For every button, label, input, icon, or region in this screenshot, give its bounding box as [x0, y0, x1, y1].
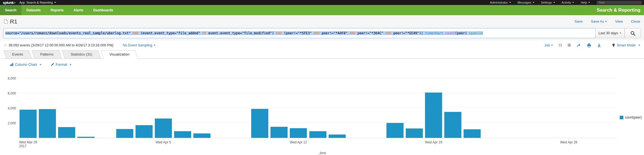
- chart-bar-wed-apr-12[interactable]: [290, 128, 307, 138]
- action-label: Close: [631, 19, 640, 23]
- chevron-down-icon: [70, 64, 71, 65]
- nav-item-dashboards[interactable]: Dashboards: [88, 5, 118, 15]
- x-tick-mark: [434, 138, 434, 140]
- event-sampling-dropdown[interactable]: No Event Sampling: [123, 43, 155, 47]
- chevron-down-icon: [509, 2, 511, 3]
- chevron-down-icon: [533, 2, 534, 3]
- close-button[interactable]: Close: [631, 19, 640, 23]
- tab-statistics-31[interactable]: Statistics (31): [63, 50, 99, 59]
- splunk-logo[interactable]: splunk>: [0, 1, 19, 5]
- nav-item-alerts[interactable]: Alerts: [69, 5, 88, 15]
- job-controls: Job Smart Mode: [544, 43, 640, 47]
- query-segment: event.event_type="file_modified"): [208, 31, 276, 35]
- chart-bar-fri-apr-14[interactable]: [329, 135, 346, 138]
- results-tabs: EventsPatternsStatistics (31)Visualizati…: [0, 50, 644, 59]
- chart-bar-sat-apr-1[interactable]: [77, 137, 94, 138]
- chart-bar-fri-apr-21[interactable]: [464, 129, 481, 138]
- report-document-icon: [4, 19, 8, 24]
- gridline: [18, 123, 617, 123]
- y-tick-label: 6,000: [0, 91, 16, 95]
- tab-events[interactable]: Events: [5, 50, 30, 59]
- nav-item-datasets[interactable]: Datasets: [21, 5, 46, 15]
- query-segment: AND: [385, 31, 393, 35]
- y-tick-label: 4,000: [0, 106, 16, 110]
- action-label: Save As: [591, 19, 604, 23]
- topbar-menu-label: Messages: [518, 1, 531, 4]
- chart-bar-thu-apr-13[interactable]: [309, 131, 326, 138]
- chart-bar-fri-apr-7[interactable]: [193, 133, 210, 138]
- share-button[interactable]: [577, 43, 581, 47]
- time-range-picker[interactable]: Last 30 days: [596, 28, 625, 38]
- query-segment: AND: [276, 31, 284, 35]
- view-button[interactable]: View: [615, 19, 623, 23]
- action-label: Save: [574, 19, 583, 23]
- topbar-menu-label: Help: [581, 1, 587, 4]
- y-tick-label: 2,000: [0, 121, 16, 125]
- column-chart-icon: [10, 63, 13, 66]
- x-tick-mark: [28, 138, 28, 140]
- search-query-input[interactable]: source="/users/romanz/downloads/events_r…: [3, 28, 596, 38]
- chart-bar-wed-mar-29[interactable]: [20, 110, 37, 138]
- print-button[interactable]: [587, 43, 591, 47]
- top-bar: splunk> App: Search & Reporting Administ…: [0, 0, 644, 5]
- export-button[interactable]: [597, 43, 601, 47]
- chart-bar-thu-mar-30[interactable]: [39, 109, 56, 138]
- query-segment: AND: [132, 31, 140, 35]
- report-actions: SaveSave AsViewClose: [574, 19, 640, 23]
- lightbulb-icon: [612, 43, 615, 47]
- chart-bar-wed-apr-5[interactable]: [155, 119, 172, 138]
- report-header: R1 SaveSave AsViewClose: [0, 15, 644, 28]
- topbar-menu-help[interactable]: Help: [581, 1, 590, 4]
- chart-legend[interactable]: count(peer): [620, 115, 642, 119]
- tab-patterns[interactable]: Patterns: [33, 50, 61, 59]
- x-tick-label: Wed Apr 19: [425, 140, 442, 144]
- chart-bar-thu-apr-6[interactable]: [174, 131, 191, 138]
- app-menu-dropdown[interactable]: App: Search & Reporting: [19, 1, 56, 4]
- chart-bar-mon-apr-10[interactable]: [251, 109, 268, 138]
- success-check-icon: ✓: [4, 43, 7, 47]
- chevron-down-icon: [54, 2, 56, 3]
- pause-button[interactable]: [559, 44, 562, 47]
- print-icon: [587, 43, 591, 47]
- topbar-menu-activity[interactable]: Activity: [562, 1, 574, 4]
- search-submit-button[interactable]: [625, 28, 641, 38]
- find-input[interactable]: [597, 1, 642, 4]
- chevron-down-icon: [572, 2, 574, 3]
- chart-bar-mon-apr-3[interactable]: [116, 129, 133, 138]
- chart-bar-tue-apr-18[interactable]: [406, 128, 423, 138]
- app-nav-bar: SearchDatasetsReportsAlertsDashboards Se…: [0, 5, 644, 15]
- chart-type-picker[interactable]: Column Chart: [10, 62, 41, 67]
- x-tick-label: Wed Apr 5: [156, 140, 171, 144]
- x-tick-label: Wed Mar 29 2017: [19, 140, 37, 148]
- stop-button[interactable]: [568, 44, 571, 47]
- tab-label: Events: [12, 52, 23, 56]
- pencil-icon: [51, 63, 54, 66]
- chart-bar-tue-apr-11[interactable]: [270, 127, 288, 138]
- topbar-menu-settings[interactable]: Settings: [541, 1, 555, 4]
- topbar-menu-administrator[interactable]: Administrator: [490, 1, 511, 4]
- format-menu[interactable]: Format: [51, 62, 71, 67]
- chart-bar-tue-apr-4[interactable]: [136, 125, 153, 138]
- chart-bar-mon-apr-17[interactable]: [386, 123, 404, 138]
- search-mode-selector[interactable]: Smart Mode: [612, 43, 640, 47]
- query-segment: peer!="*364C": [358, 31, 385, 35]
- chevron-down-icon: [154, 45, 155, 46]
- logo-chevron: >: [13, 1, 15, 5]
- nav-item-reports[interactable]: Reports: [46, 5, 69, 15]
- gridline: [18, 78, 617, 78]
- query-segment: timechart: [425, 31, 445, 35]
- topbar-menu-label: Activity: [562, 1, 571, 4]
- tab-visualization[interactable]: Visualization: [102, 50, 137, 59]
- job-menu[interactable]: Job: [544, 43, 553, 47]
- chevron-down-icon: [588, 2, 590, 3]
- save-button[interactable]: Save: [574, 19, 583, 23]
- save-as-button[interactable]: Save As: [591, 19, 607, 23]
- chart-bar-fri-mar-31[interactable]: [58, 127, 75, 138]
- chart-bar-wed-apr-19[interactable]: [425, 93, 442, 138]
- gridline: [18, 108, 617, 108]
- topbar-menu-messages[interactable]: Messages: [518, 1, 534, 4]
- nav-item-search[interactable]: Search: [0, 5, 21, 15]
- x-tick-label: Wed Apr 26: [560, 140, 577, 144]
- chart-bar-thu-apr-20[interactable]: [444, 112, 461, 138]
- chevron-down-icon: [638, 45, 640, 46]
